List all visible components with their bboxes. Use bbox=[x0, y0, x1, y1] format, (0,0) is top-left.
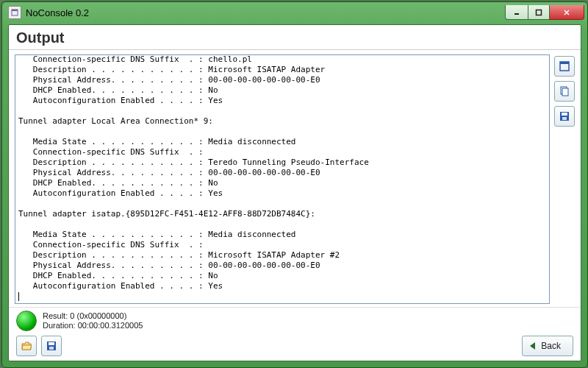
button-row: Back bbox=[16, 336, 573, 356]
client-area: Output Connection-specific DNS Suffix . … bbox=[8, 24, 581, 361]
save-icon bbox=[559, 110, 570, 122]
svg-rect-15 bbox=[49, 347, 54, 350]
svg-rect-1 bbox=[12, 10, 18, 11]
svg-rect-12 bbox=[562, 117, 567, 120]
status-indicator-icon bbox=[16, 311, 37, 331]
output-text: Connection-specific DNS Suffix . : chell… bbox=[18, 54, 369, 291]
window-controls bbox=[505, 5, 584, 20]
save-disk-icon bbox=[46, 340, 57, 352]
maximize-output-icon bbox=[559, 60, 570, 72]
output-textbox[interactable]: Connection-specific DNS Suffix . : chell… bbox=[15, 54, 550, 304]
result-line: Result: 0 (0x00000000) bbox=[43, 311, 143, 321]
app-window: NoConsole 0.2 Output Connection-specific… bbox=[1, 1, 588, 368]
maximize-button[interactable] bbox=[528, 5, 550, 20]
copy-button[interactable] bbox=[554, 81, 575, 102]
open-folder-icon bbox=[21, 340, 32, 352]
maximize-output-button[interactable] bbox=[554, 56, 575, 77]
status-text: Result: 0 (0x00000000) Duration: 00:00:0… bbox=[43, 311, 143, 330]
back-arrow-icon bbox=[530, 342, 535, 350]
svg-rect-11 bbox=[562, 113, 567, 116]
copy-icon bbox=[559, 85, 570, 97]
page-title: Output bbox=[9, 25, 581, 50]
window-title: NoConsole 0.2 bbox=[26, 7, 89, 18]
status-row: Result: 0 (0x00000000) Duration: 00:00:0… bbox=[16, 311, 573, 331]
open-button[interactable] bbox=[16, 336, 37, 356]
text-cursor bbox=[18, 292, 19, 301]
svg-rect-9 bbox=[562, 88, 568, 96]
back-button[interactable]: Back bbox=[522, 336, 573, 356]
svg-rect-7 bbox=[560, 62, 569, 64]
duration-line: Duration: 00:00:00.3120005 bbox=[43, 321, 143, 330]
side-toolbar bbox=[554, 54, 575, 304]
body-row: Connection-specific DNS Suffix . : chell… bbox=[9, 50, 581, 307]
close-button[interactable] bbox=[550, 5, 584, 20]
app-icon bbox=[8, 6, 21, 19]
footer: Result: 0 (0x00000000) Duration: 00:00:0… bbox=[9, 307, 581, 361]
title-bar[interactable]: NoConsole 0.2 bbox=[2, 2, 587, 23]
svg-rect-3 bbox=[537, 10, 542, 15]
svg-rect-14 bbox=[49, 342, 54, 345]
save-button[interactable] bbox=[41, 336, 62, 356]
save-output-button[interactable] bbox=[554, 106, 575, 127]
minimize-button[interactable] bbox=[505, 5, 528, 20]
back-button-label: Back bbox=[541, 341, 561, 351]
